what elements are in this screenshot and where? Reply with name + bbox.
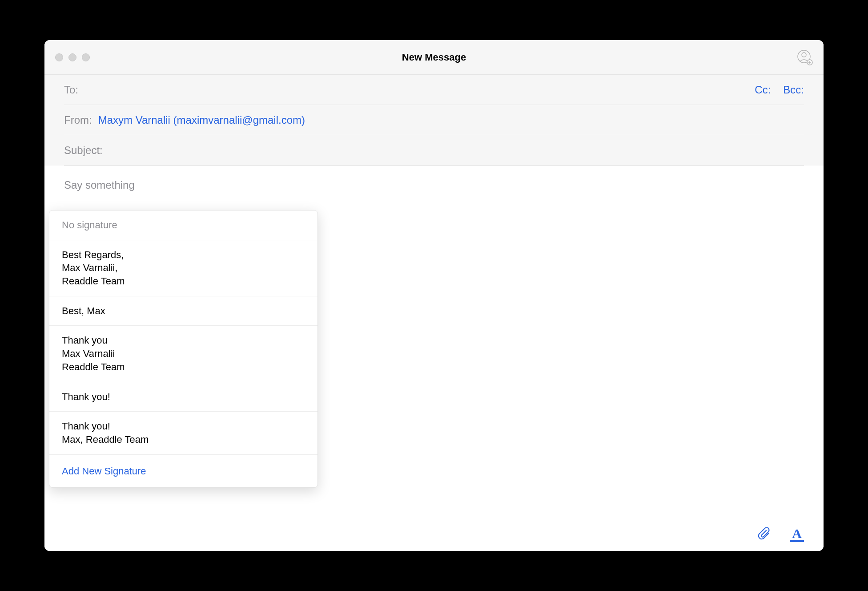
- header-fields: To: Cc: Bcc: From: Maxym Varnalii (maxim…: [44, 75, 824, 166]
- cc-bcc-toggle: Cc: Bcc:: [755, 84, 804, 96]
- format-text-icon[interactable]: A: [790, 527, 804, 542]
- from-value: Maxym Varnalii (maximvarnalii@gmail.com): [98, 114, 804, 126]
- signature-option[interactable]: Thank you! Max, Readdle Team: [49, 412, 317, 454]
- traffic-lights: [55, 53, 90, 61]
- add-contact-icon[interactable]: [797, 49, 813, 65]
- to-field-row: To: Cc: Bcc:: [64, 75, 804, 105]
- signature-option-none[interactable]: No signature: [49, 210, 317, 240]
- close-window-button[interactable]: [55, 53, 63, 61]
- format-underline: [790, 540, 804, 542]
- subject-field-row: Subject:: [64, 135, 804, 166]
- attachment-icon[interactable]: [758, 527, 772, 542]
- signature-popup: No signature Best Regards, Max Varnalii,…: [49, 210, 318, 488]
- signature-option[interactable]: Thank you Max Varnalii Readdle Team: [49, 326, 317, 382]
- compose-window: New Message To: Cc: Bcc: From: Maxym Var…: [44, 40, 824, 551]
- message-body[interactable]: Say something No signature Best Regards,…: [44, 166, 824, 551]
- to-input[interactable]: [84, 84, 755, 96]
- subject-input[interactable]: [109, 144, 804, 157]
- svg-point-1: [802, 53, 806, 57]
- body-placeholder: Say something: [64, 179, 804, 191]
- format-letter: A: [792, 527, 802, 539]
- add-new-signature-button[interactable]: Add New Signature: [49, 454, 317, 488]
- window-title: New Message: [402, 52, 466, 63]
- subject-label: Subject:: [64, 144, 103, 157]
- titlebar: New Message: [44, 40, 824, 75]
- from-label: From:: [64, 114, 92, 126]
- signature-option[interactable]: Best Regards, Max Varnalii, Readdle Team: [49, 240, 317, 296]
- minimize-window-button[interactable]: [68, 53, 76, 61]
- signature-option[interactable]: Best, Max: [49, 296, 317, 326]
- to-label: To:: [64, 84, 78, 96]
- cc-button[interactable]: Cc:: [755, 84, 771, 96]
- maximize-window-button[interactable]: [82, 53, 90, 61]
- compose-toolbar: A: [44, 518, 824, 551]
- bcc-button[interactable]: Bcc:: [783, 84, 804, 96]
- from-field-row[interactable]: From: Maxym Varnalii (maximvarnalii@gmai…: [64, 105, 804, 135]
- signature-option[interactable]: Thank you!: [49, 382, 317, 412]
